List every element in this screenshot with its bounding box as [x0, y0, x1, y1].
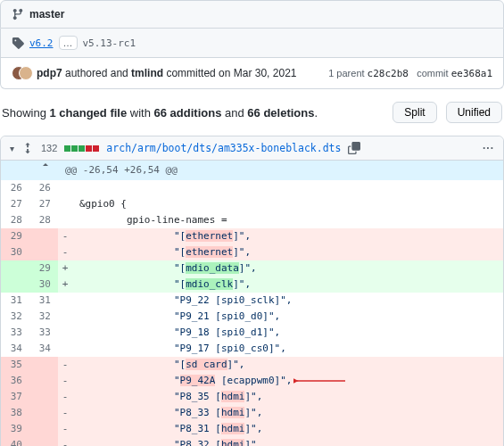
- branch-name[interactable]: master: [29, 8, 64, 21]
- line-number-new[interactable]: 29: [29, 260, 58, 277]
- line-number-new[interactable]: 32: [29, 309, 58, 325]
- line-number-old[interactable]: 38: [1, 405, 29, 421]
- unified-view-button[interactable]: Unified: [446, 102, 502, 123]
- code-cell: "P9_17 [spi0_cs0]",: [72, 341, 503, 357]
- copy-icon[interactable]: [348, 142, 360, 154]
- line-number-old[interactable]: 29: [1, 228, 29, 244]
- line-number-new[interactable]: [29, 437, 58, 446]
- commit-bar: pdp7 authored and tmlind committed on Ma…: [0, 58, 504, 89]
- line-number-old[interactable]: 34: [1, 341, 29, 357]
- avatar[interactable]: [19, 66, 33, 80]
- line-number-old[interactable]: 40: [1, 437, 29, 446]
- diff-marker: [58, 325, 72, 341]
- tags-expand-button[interactable]: …: [59, 36, 78, 50]
- commit-sha-link[interactable]: ee368a1: [451, 68, 492, 79]
- line-number-old[interactable]: 28: [1, 212, 29, 228]
- expand-up-icon[interactable]: [40, 161, 51, 171]
- diff-summary-row: Showing 1 changed file with 66 additions…: [0, 89, 504, 136]
- diff-line: 36- "P9_42A [ecappwm0]",: [1, 373, 503, 389]
- line-number-old[interactable]: 35: [1, 357, 29, 373]
- line-number-old[interactable]: 27: [1, 196, 29, 212]
- expand-all-icon[interactable]: [21, 142, 34, 154]
- line-number-new[interactable]: [29, 373, 58, 389]
- code-cell: "[ethernet]",: [72, 228, 503, 244]
- diff-line-count: 132: [41, 143, 57, 153]
- code-cell: "P9_21 [spi0_d0]",: [72, 309, 503, 325]
- diff-marker: -: [58, 373, 72, 389]
- diff-line: 2626: [1, 180, 503, 196]
- author-link[interactable]: pdp7: [37, 67, 62, 79]
- line-number-old[interactable]: 37: [1, 389, 29, 405]
- diff-line: 2727&gpio0 {: [1, 196, 503, 212]
- commit-date: on Mar 30, 2021: [219, 67, 296, 79]
- diff-marker: [58, 212, 72, 228]
- diff-line: 29+ "[mdio_data]",: [1, 260, 503, 277]
- author-link[interactable]: tmlind: [131, 67, 163, 79]
- line-number-new[interactable]: 26: [29, 180, 58, 196]
- code-cell: "[mdio_data]",: [72, 260, 503, 277]
- diff-marker: -: [58, 421, 72, 437]
- line-number-new[interactable]: [29, 389, 58, 405]
- line-number-new[interactable]: 33: [29, 325, 58, 341]
- diff-marker: -: [58, 244, 72, 260]
- diff-marker: [58, 309, 72, 325]
- code-cell: [72, 180, 503, 196]
- line-number-old[interactable]: 32: [1, 309, 29, 325]
- diff-line: 3232 "P9_21 [spi0_d0]",: [1, 309, 503, 325]
- expand-row[interactable]: @@ -26,54 +26,54 @@: [1, 161, 503, 180]
- line-number-new[interactable]: 31: [29, 293, 58, 309]
- tag-link-primary[interactable]: v6.2: [29, 37, 54, 49]
- diff-marker: [58, 341, 72, 357]
- chevron-down-icon[interactable]: ▾: [10, 144, 14, 153]
- diff-marker: -: [58, 389, 72, 405]
- code-cell: "P9_18 [spi0_d1]",: [72, 325, 503, 341]
- line-number-new[interactable]: 28: [29, 212, 58, 228]
- commit-meta: pdp7 authored and tmlind committed on Ma…: [37, 67, 323, 79]
- code-cell: "P8_35 [hdmi]",: [72, 389, 503, 405]
- line-number-new[interactable]: [29, 421, 58, 437]
- line-number-new[interactable]: [29, 244, 58, 260]
- diff-table: @@ -26,54 +26,54 @@ 26262727&gpio0 {2828…: [1, 161, 503, 446]
- diff-line: 30+ "[mdio_clk]",: [1, 277, 503, 293]
- diffstat-blocks: [64, 145, 99, 152]
- line-number-old[interactable]: 33: [1, 325, 29, 341]
- branch-header: master: [0, 0, 504, 29]
- line-number-new[interactable]: [29, 357, 58, 373]
- code-cell: "P9_42A [ecappwm0]",: [72, 373, 503, 389]
- line-number-new[interactable]: 34: [29, 341, 58, 357]
- diff-marker: +: [58, 260, 72, 277]
- diff-line: 40- "P8_32 [hdmi]",: [1, 437, 503, 446]
- line-number-old[interactable]: 30: [1, 244, 29, 260]
- file-header: ▾ 132 arch/arm/boot/dts/am335x-boneblack…: [1, 136, 503, 161]
- diff-marker: -: [58, 405, 72, 421]
- code-cell: "P8_31 [hdmi]",: [72, 421, 503, 437]
- line-number-new[interactable]: [29, 405, 58, 421]
- diff-marker: [58, 180, 72, 196]
- file-menu-button[interactable]: ···: [483, 142, 494, 154]
- tag-secondary[interactable]: v5.13-rc1: [83, 37, 136, 49]
- diff-marker: -: [58, 357, 72, 373]
- line-number-old[interactable]: [1, 277, 29, 293]
- split-view-button[interactable]: Split: [392, 102, 436, 123]
- hunk-header: @@ -26,54 +26,54 @@: [58, 161, 503, 180]
- code-cell: "[mdio_clk]",: [72, 277, 503, 293]
- file-path-link[interactable]: arch/arm/boot/dts/am335x-boneblack.dts: [106, 142, 341, 154]
- avatar-stack[interactable]: [12, 65, 31, 81]
- diff-line: 35- "[sd card]",: [1, 357, 503, 373]
- line-number-old[interactable]: 36: [1, 373, 29, 389]
- line-number-old[interactable]: 31: [1, 293, 29, 309]
- line-number-old[interactable]: 39: [1, 421, 29, 437]
- line-number-new[interactable]: 30: [29, 277, 58, 293]
- line-number-new[interactable]: [29, 228, 58, 244]
- line-number-old[interactable]: [1, 260, 29, 277]
- parent-sha-link[interactable]: c28c2b8: [368, 68, 409, 79]
- code-cell: "P8_33 [hdmi]",: [72, 405, 503, 421]
- line-number-new[interactable]: 27: [29, 196, 58, 212]
- diff-marker: -: [58, 437, 72, 446]
- line-number-old[interactable]: 26: [1, 180, 29, 196]
- tags-row: v6.2 … v5.13-rc1: [0, 29, 504, 58]
- diff-marker: +: [58, 277, 72, 293]
- diff-line: 3434 "P9_17 [spi0_cs0]",: [1, 341, 503, 357]
- diff-line: 3333 "P9_18 [spi0_d1]",: [1, 325, 503, 341]
- git-branch-icon: [12, 8, 24, 21]
